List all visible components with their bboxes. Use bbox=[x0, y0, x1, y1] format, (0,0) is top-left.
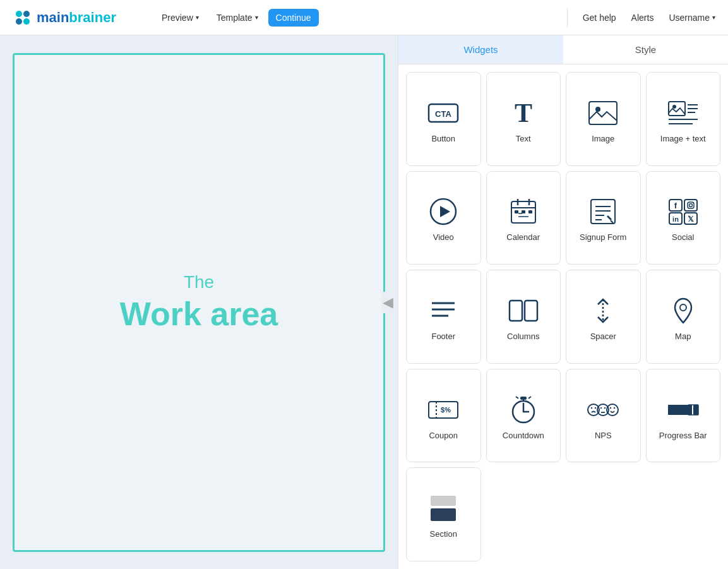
chevron-down-icon: ▾ bbox=[255, 14, 258, 21]
widget-coupon[interactable]: $% Coupon bbox=[406, 369, 481, 463]
widget-video-label: Video bbox=[433, 232, 454, 242]
coupon-icon: $% bbox=[427, 394, 459, 426]
svg-text:T: T bbox=[515, 99, 532, 128]
work-area-the-text: The bbox=[184, 272, 214, 292]
svg-line-59 bbox=[528, 397, 531, 398]
svg-rect-56 bbox=[520, 397, 527, 400]
widget-video[interactable]: Video bbox=[406, 171, 481, 265]
svg-rect-46 bbox=[510, 301, 522, 321]
widget-button[interactable]: CTA Button bbox=[406, 72, 481, 166]
widget-spacer[interactable]: Spacer bbox=[566, 270, 641, 364]
svg-marker-17 bbox=[440, 206, 450, 217]
svg-point-49 bbox=[680, 304, 686, 311]
svg-text:CTA: CTA bbox=[435, 109, 451, 119]
header: mainbrainer Preview ▾ Template ▾ Continu… bbox=[0, 0, 728, 35]
logo-text: mainbrainer bbox=[37, 9, 116, 26]
widget-progress-bar-label: Progress Bar bbox=[659, 431, 707, 440]
widget-footer[interactable]: Footer bbox=[406, 270, 481, 364]
divider bbox=[567, 9, 568, 27]
svg-point-38 bbox=[693, 202, 694, 203]
svg-point-10 bbox=[672, 105, 676, 109]
widget-image-label: Image bbox=[592, 134, 614, 143]
widget-columns[interactable]: Columns bbox=[486, 270, 561, 364]
footer-icon bbox=[427, 295, 459, 326]
widget-section-label: Section bbox=[430, 529, 457, 539]
svg-point-64 bbox=[600, 407, 602, 408]
svg-text:$%: $% bbox=[441, 406, 451, 414]
svg-point-8 bbox=[595, 107, 600, 112]
widget-signup-form[interactable]: Signup Form bbox=[566, 171, 641, 265]
widget-section[interactable]: Section bbox=[406, 467, 481, 561]
collapse-panel-arrow[interactable]: ◀ bbox=[381, 292, 395, 313]
widget-nps[interactable]: NPS bbox=[566, 369, 641, 463]
svg-point-61 bbox=[591, 407, 592, 408]
header-right: Get help Alerts Username ▾ bbox=[567, 9, 715, 27]
calendar-icon bbox=[508, 196, 539, 227]
social-icon: f in 𝕏 bbox=[667, 196, 699, 227]
widget-countdown-label: Countdown bbox=[503, 431, 544, 440]
username-button[interactable]: Username ▾ bbox=[669, 13, 715, 23]
widget-text-label: Text bbox=[516, 134, 531, 143]
signup-form-icon bbox=[587, 196, 619, 227]
nav-continue[interactable]: Continue bbox=[268, 9, 319, 27]
widget-social-label: Social bbox=[672, 232, 694, 242]
nav-template[interactable]: Template ▾ bbox=[209, 9, 266, 27]
widget-footer-label: Footer bbox=[431, 332, 455, 341]
svg-rect-7 bbox=[589, 102, 617, 124]
widget-map[interactable]: Map bbox=[646, 270, 721, 364]
countdown-icon bbox=[508, 394, 539, 426]
widget-image-text[interactable]: Image + text bbox=[646, 72, 721, 166]
logo: mainbrainer bbox=[13, 8, 116, 28]
widget-columns-label: Columns bbox=[507, 332, 539, 341]
map-icon bbox=[667, 295, 699, 326]
alerts-link[interactable]: Alerts bbox=[631, 13, 654, 23]
chevron-down-icon: ▾ bbox=[196, 14, 199, 21]
widget-social[interactable]: f in 𝕏 Social bbox=[646, 171, 721, 265]
progress-bar-icon bbox=[667, 394, 699, 426]
work-area-container: The Work area ◀ bbox=[0, 35, 398, 569]
svg-line-58 bbox=[516, 397, 518, 398]
text-icon: T bbox=[508, 97, 539, 129]
widget-progress-bar[interactable]: Progress Bar bbox=[646, 369, 721, 463]
svg-point-0 bbox=[16, 11, 22, 17]
nps-icon bbox=[587, 394, 619, 426]
svg-line-32 bbox=[611, 220, 613, 223]
widget-image-text-label: Image + text bbox=[660, 134, 706, 143]
svg-rect-9 bbox=[669, 102, 685, 116]
svg-point-3 bbox=[23, 18, 30, 25]
widget-image[interactable]: Image bbox=[566, 72, 641, 166]
main-nav: Preview ▾ Template ▾ Continue bbox=[154, 9, 567, 27]
widget-signup-form-label: Signup Form bbox=[580, 232, 626, 242]
widget-countdown[interactable]: Countdown bbox=[486, 369, 561, 463]
panel-tabs: Widgets Style bbox=[398, 35, 728, 64]
svg-text:𝕏: 𝕏 bbox=[688, 215, 694, 224]
widgets-grid: CTA Button T Text bbox=[398, 64, 728, 569]
svg-point-68 bbox=[610, 407, 611, 408]
image-icon bbox=[587, 97, 619, 129]
svg-rect-24 bbox=[528, 210, 532, 213]
widget-text[interactable]: T Text bbox=[486, 72, 561, 166]
widget-calendar[interactable]: Calendar bbox=[486, 171, 561, 265]
spacer-icon bbox=[587, 295, 619, 326]
work-area-canvas: The Work area ◀ bbox=[13, 53, 385, 552]
svg-point-1 bbox=[23, 11, 30, 17]
tab-widgets[interactable]: Widgets bbox=[398, 35, 563, 64]
video-icon bbox=[427, 196, 459, 227]
widget-spacer-label: Spacer bbox=[590, 332, 616, 341]
svg-rect-75 bbox=[668, 405, 688, 415]
widget-map-label: Map bbox=[675, 332, 691, 341]
tab-style[interactable]: Style bbox=[563, 35, 728, 64]
svg-point-62 bbox=[595, 407, 596, 408]
svg-point-37 bbox=[689, 204, 692, 207]
button-icon: CTA bbox=[427, 97, 459, 129]
nav-preview[interactable]: Preview ▾ bbox=[154, 9, 206, 27]
widget-coupon-label: Coupon bbox=[429, 431, 458, 440]
image-text-icon bbox=[667, 97, 699, 129]
svg-point-2 bbox=[16, 18, 22, 25]
main-layout: The Work area ◀ Widgets Style CTA Button bbox=[0, 35, 728, 569]
widget-button-label: Button bbox=[431, 134, 455, 143]
chevron-down-icon: ▾ bbox=[712, 14, 715, 21]
widget-calendar-label: Calendar bbox=[506, 232, 540, 242]
svg-text:in: in bbox=[672, 215, 679, 223]
get-help-link[interactable]: Get help bbox=[583, 13, 616, 23]
